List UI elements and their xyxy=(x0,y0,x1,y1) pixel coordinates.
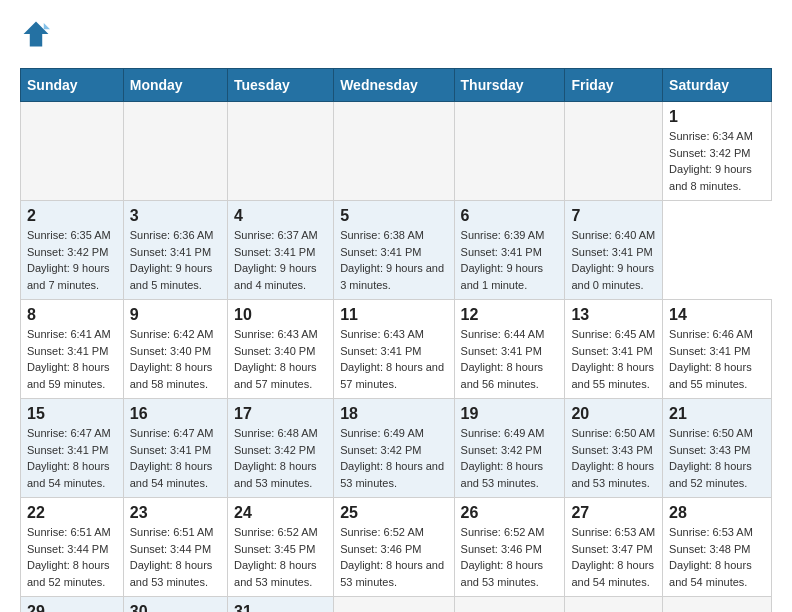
day-detail: Sunrise: 6:44 AMSunset: 3:41 PMDaylight:… xyxy=(461,326,559,392)
day-cell-13: 13Sunrise: 6:45 AMSunset: 3:41 PMDayligh… xyxy=(565,300,663,399)
col-header-sunday: Sunday xyxy=(21,69,124,102)
logo xyxy=(20,20,54,52)
col-header-thursday: Thursday xyxy=(454,69,565,102)
day-cell-12: 12Sunrise: 6:44 AMSunset: 3:41 PMDayligh… xyxy=(454,300,565,399)
day-cell-23: 23Sunrise: 6:51 AMSunset: 3:44 PMDayligh… xyxy=(123,498,227,597)
day-number: 25 xyxy=(340,504,447,522)
day-detail: Sunrise: 6:49 AMSunset: 3:42 PMDaylight:… xyxy=(461,425,559,491)
week-row-2: 2Sunrise: 6:35 AMSunset: 3:42 PMDaylight… xyxy=(21,201,772,300)
day-cell-9: 9Sunrise: 6:42 AMSunset: 3:40 PMDaylight… xyxy=(123,300,227,399)
day-number: 6 xyxy=(461,207,559,225)
day-cell-28: 28Sunrise: 6:53 AMSunset: 3:48 PMDayligh… xyxy=(663,498,772,597)
day-number: 3 xyxy=(130,207,221,225)
day-cell-1: 1Sunrise: 6:34 AMSunset: 3:42 PMDaylight… xyxy=(663,102,772,201)
day-number: 16 xyxy=(130,405,221,423)
day-number: 15 xyxy=(27,405,117,423)
day-number: 27 xyxy=(571,504,656,522)
day-detail: Sunrise: 6:36 AMSunset: 3:41 PMDaylight:… xyxy=(130,227,221,293)
day-number: 17 xyxy=(234,405,327,423)
day-number: 29 xyxy=(27,603,117,612)
day-detail: Sunrise: 6:41 AMSunset: 3:41 PMDaylight:… xyxy=(27,326,117,392)
day-detail: Sunrise: 6:53 AMSunset: 3:48 PMDaylight:… xyxy=(669,524,765,590)
day-detail: Sunrise: 6:47 AMSunset: 3:41 PMDaylight:… xyxy=(27,425,117,491)
day-cell-27: 27Sunrise: 6:53 AMSunset: 3:47 PMDayligh… xyxy=(565,498,663,597)
day-cell-16: 16Sunrise: 6:47 AMSunset: 3:41 PMDayligh… xyxy=(123,399,227,498)
day-detail: Sunrise: 6:47 AMSunset: 3:41 PMDaylight:… xyxy=(130,425,221,491)
day-detail: Sunrise: 6:49 AMSunset: 3:42 PMDaylight:… xyxy=(340,425,447,491)
day-number: 9 xyxy=(130,306,221,324)
day-cell-18: 18Sunrise: 6:49 AMSunset: 3:42 PMDayligh… xyxy=(334,399,454,498)
day-detail: Sunrise: 6:43 AMSunset: 3:40 PMDaylight:… xyxy=(234,326,327,392)
day-cell-17: 17Sunrise: 6:48 AMSunset: 3:42 PMDayligh… xyxy=(228,399,334,498)
day-detail: Sunrise: 6:51 AMSunset: 3:44 PMDaylight:… xyxy=(130,524,221,590)
header-row: SundayMondayTuesdayWednesdayThursdayFrid… xyxy=(21,69,772,102)
day-detail: Sunrise: 6:52 AMSunset: 3:46 PMDaylight:… xyxy=(340,524,447,590)
week-row-5: 22Sunrise: 6:51 AMSunset: 3:44 PMDayligh… xyxy=(21,498,772,597)
empty-cell xyxy=(454,102,565,201)
day-detail: Sunrise: 6:52 AMSunset: 3:45 PMDaylight:… xyxy=(234,524,327,590)
day-cell-3: 3Sunrise: 6:36 AMSunset: 3:41 PMDaylight… xyxy=(123,201,227,300)
col-header-wednesday: Wednesday xyxy=(334,69,454,102)
day-number: 8 xyxy=(27,306,117,324)
day-detail: Sunrise: 6:48 AMSunset: 3:42 PMDaylight:… xyxy=(234,425,327,491)
day-number: 14 xyxy=(669,306,765,324)
day-number: 28 xyxy=(669,504,765,522)
empty-cell xyxy=(228,102,334,201)
day-number: 5 xyxy=(340,207,447,225)
day-cell-5: 5Sunrise: 6:38 AMSunset: 3:41 PMDaylight… xyxy=(334,201,454,300)
week-row-3: 8Sunrise: 6:41 AMSunset: 3:41 PMDaylight… xyxy=(21,300,772,399)
day-cell-11: 11Sunrise: 6:43 AMSunset: 3:41 PMDayligh… xyxy=(334,300,454,399)
day-number: 1 xyxy=(669,108,765,126)
day-number: 24 xyxy=(234,504,327,522)
day-number: 13 xyxy=(571,306,656,324)
day-detail: Sunrise: 6:46 AMSunset: 3:41 PMDaylight:… xyxy=(669,326,765,392)
day-number: 22 xyxy=(27,504,117,522)
day-cell-20: 20Sunrise: 6:50 AMSunset: 3:43 PMDayligh… xyxy=(565,399,663,498)
page-header xyxy=(20,20,772,52)
logo-icon xyxy=(22,20,50,48)
day-cell-30: 30Sunrise: 6:53 AMSunset: 3:49 PMDayligh… xyxy=(123,597,227,613)
day-detail: Sunrise: 6:40 AMSunset: 3:41 PMDaylight:… xyxy=(571,227,656,293)
day-cell-25: 25Sunrise: 6:52 AMSunset: 3:46 PMDayligh… xyxy=(334,498,454,597)
col-header-saturday: Saturday xyxy=(663,69,772,102)
day-cell-29: 29Sunrise: 6:53 AMSunset: 3:48 PMDayligh… xyxy=(21,597,124,613)
week-row-4: 15Sunrise: 6:47 AMSunset: 3:41 PMDayligh… xyxy=(21,399,772,498)
day-cell-7: 7Sunrise: 6:40 AMSunset: 3:41 PMDaylight… xyxy=(565,201,663,300)
day-detail: Sunrise: 6:42 AMSunset: 3:40 PMDaylight:… xyxy=(130,326,221,392)
day-number: 23 xyxy=(130,504,221,522)
col-header-tuesday: Tuesday xyxy=(228,69,334,102)
day-number: 7 xyxy=(571,207,656,225)
day-cell-22: 22Sunrise: 6:51 AMSunset: 3:44 PMDayligh… xyxy=(21,498,124,597)
day-detail: Sunrise: 6:43 AMSunset: 3:41 PMDaylight:… xyxy=(340,326,447,392)
day-number: 19 xyxy=(461,405,559,423)
day-number: 21 xyxy=(669,405,765,423)
day-number: 2 xyxy=(27,207,117,225)
svg-marker-1 xyxy=(44,23,50,29)
day-number: 12 xyxy=(461,306,559,324)
col-header-friday: Friday xyxy=(565,69,663,102)
day-number: 11 xyxy=(340,306,447,324)
day-detail: Sunrise: 6:45 AMSunset: 3:41 PMDaylight:… xyxy=(571,326,656,392)
calendar-table: SundayMondayTuesdayWednesdayThursdayFrid… xyxy=(20,68,772,612)
day-number: 31 xyxy=(234,603,327,612)
empty-cell xyxy=(565,597,663,613)
day-cell-19: 19Sunrise: 6:49 AMSunset: 3:42 PMDayligh… xyxy=(454,399,565,498)
day-cell-14: 14Sunrise: 6:46 AMSunset: 3:41 PMDayligh… xyxy=(663,300,772,399)
day-number: 26 xyxy=(461,504,559,522)
day-detail: Sunrise: 6:37 AMSunset: 3:41 PMDaylight:… xyxy=(234,227,327,293)
empty-cell xyxy=(334,102,454,201)
day-detail: Sunrise: 6:39 AMSunset: 3:41 PMDaylight:… xyxy=(461,227,559,293)
empty-cell xyxy=(565,102,663,201)
day-detail: Sunrise: 6:52 AMSunset: 3:46 PMDaylight:… xyxy=(461,524,559,590)
day-number: 10 xyxy=(234,306,327,324)
day-detail: Sunrise: 6:51 AMSunset: 3:44 PMDaylight:… xyxy=(27,524,117,590)
day-cell-4: 4Sunrise: 6:37 AMSunset: 3:41 PMDaylight… xyxy=(228,201,334,300)
empty-cell xyxy=(123,102,227,201)
day-number: 20 xyxy=(571,405,656,423)
day-detail: Sunrise: 6:35 AMSunset: 3:42 PMDaylight:… xyxy=(27,227,117,293)
day-number: 4 xyxy=(234,207,327,225)
empty-cell xyxy=(663,597,772,613)
day-cell-8: 8Sunrise: 6:41 AMSunset: 3:41 PMDaylight… xyxy=(21,300,124,399)
day-cell-31: 31Sunrise: 6:53 AMSunset: 3:50 PMDayligh… xyxy=(228,597,334,613)
day-detail: Sunrise: 6:38 AMSunset: 3:41 PMDaylight:… xyxy=(340,227,447,293)
